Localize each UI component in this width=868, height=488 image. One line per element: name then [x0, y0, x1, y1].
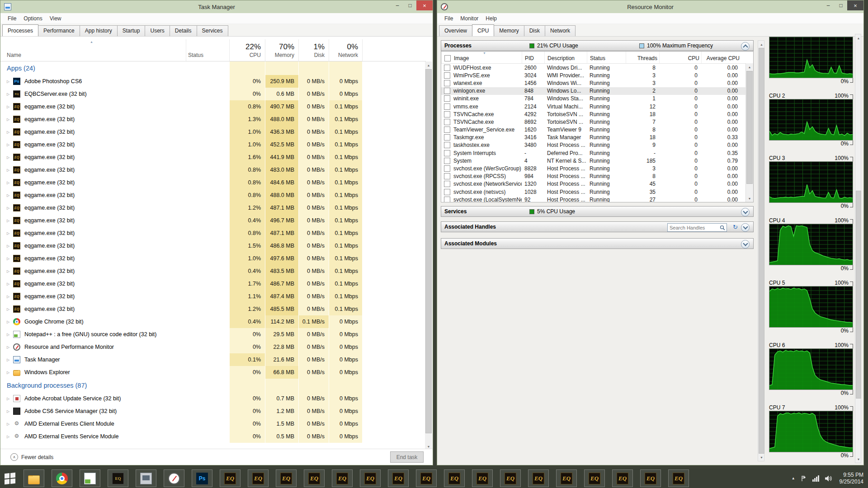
expand-caret-icon[interactable]: ▷ [7, 168, 13, 172]
expand-caret-icon[interactable]: ▷ [7, 193, 13, 197]
process-row[interactable]: TeamViewer_Service.exe1620TeamViewer 9Ru… [441, 126, 753, 134]
eqbc-server-taskbar-button[interactable]: EQ [108, 469, 128, 487]
expand-caret-icon[interactable]: ▷ [7, 219, 13, 223]
expand-caret-icon[interactable]: ▷ [7, 435, 13, 439]
expand-caret-icon[interactable]: ▷ [7, 181, 13, 185]
expand-caret-icon[interactable]: ▷ [7, 345, 13, 349]
menu-options[interactable]: Options [20, 14, 46, 23]
process-row[interactable]: ▷EQeqgame.exe (32 bit)0.4%496.7 MB0 MB/s… [0, 214, 426, 227]
process-row[interactable]: ▷Adobe Acrobat Update Service (32 bit)0%… [0, 392, 426, 405]
process-row[interactable]: ▷EQeqgame.exe (32 bit)0.8%483.0 MB0 MB/s… [0, 164, 426, 176]
row-checkbox[interactable] [444, 127, 450, 133]
tab-services[interactable]: Services [197, 25, 228, 36]
scroll-thumb[interactable] [759, 48, 764, 454]
start-button[interactable] [5, 473, 18, 484]
column-name[interactable]: Name [7, 52, 21, 58]
row-checkbox[interactable] [444, 181, 450, 187]
row-checkbox[interactable] [444, 95, 450, 102]
process-row[interactable]: svchost.exe (WerSvcGroup)8828Host Proces… [441, 164, 753, 172]
minimize-button[interactable]: – [391, 0, 404, 10]
eqgame-taskbar-button[interactable]: EQ [220, 469, 241, 487]
tab-users[interactable]: Users [145, 25, 170, 36]
process-row[interactable]: ▷EQeqgame.exe (32 bit)1.2%485.5 MB0 MB/s… [0, 303, 426, 315]
process-row[interactable]: ▷Resource and Performance Monitor0%22.8 … [0, 341, 426, 353]
file-explorer-taskbar-button[interactable] [24, 469, 44, 487]
maximize-button[interactable]: □ [835, 0, 847, 10]
row-checkbox[interactable] [444, 72, 450, 79]
process-row[interactable]: TSVNCache.exe4292TortoiseSVN ...Running1… [441, 110, 753, 118]
process-row[interactable]: ▷EQeqgame.exe (32 bit)1.3%488.0 MB0 MB/s… [0, 113, 426, 126]
process-row[interactable]: ▷EQeqgame.exe (32 bit)0.4%483.5 MB0 MB/s… [0, 265, 426, 277]
volume-speaker-icon[interactable] [825, 475, 832, 482]
row-checkbox[interactable] [444, 197, 450, 202]
process-row[interactable]: ▷EQeqgame.exe (32 bit)0.8%488.0 MB0 MB/s… [0, 189, 426, 202]
photoshop-taskbar-button[interactable]: Ps [192, 469, 212, 487]
row-checkbox[interactable] [444, 103, 450, 110]
column-image[interactable]: Image [441, 52, 522, 63]
row-checkbox[interactable] [444, 158, 450, 164]
expand-caret-icon[interactable]: ▷ [7, 282, 13, 286]
expand-caret-icon[interactable]: ▷ [7, 117, 13, 122]
eqgame-taskbar-button[interactable]: EQ [416, 469, 437, 487]
process-row[interactable]: ▷EQeqgame.exe (32 bit)0.8%490.7 MB0 MB/s… [0, 100, 426, 113]
associated-modules-section-bar[interactable]: Associated Modules [441, 238, 754, 249]
process-row[interactable]: ▷⚙AMD External Events Service Module0%0.… [0, 430, 426, 443]
expand-caret-icon[interactable]: ▷ [7, 130, 13, 134]
maximize-button[interactable]: □ [404, 0, 416, 10]
process-row[interactable]: ▷EQeqgame.exe (32 bit)1.5%486.8 MB0 MB/s… [0, 239, 426, 252]
scroll-down-arrow[interactable]: ▼ [855, 455, 862, 463]
close-button[interactable]: × [847, 0, 863, 10]
scroll-thumb[interactable] [425, 69, 432, 433]
graphs-scrollbar[interactable]: ▲ ▼ [855, 34, 861, 463]
expand-caret-icon[interactable]: ▷ [7, 422, 13, 426]
column-status[interactable]: Status [587, 52, 626, 63]
scroll-thumb[interactable] [856, 191, 861, 399]
process-row[interactable]: ▷Notepad++ : a free (GNU) source code ed… [0, 328, 426, 341]
row-checkbox[interactable] [444, 65, 450, 71]
process-row[interactable]: svchost.exe (netsvcs)1028Host Process ..… [441, 188, 753, 196]
fewer-details-toggle[interactable]: ∧ Fewer details [10, 453, 53, 461]
process-row[interactable]: ▷EQeqgame.exe (32 bit)1.2%487.1 MB0 MB/s… [0, 202, 426, 214]
tab-app-history[interactable]: App history [80, 25, 118, 36]
scroll-up-arrow[interactable]: ▲ [425, 61, 432, 69]
expand-caret-icon[interactable]: ▷ [7, 409, 13, 413]
eqgame-taskbar-button[interactable]: EQ [304, 469, 325, 487]
tab-cpu[interactable]: CPU [472, 24, 494, 36]
remote-app-taskbar-button[interactable] [136, 469, 156, 487]
column-network[interactable]: 0%Network [338, 42, 358, 58]
expand-caret-icon[interactable]: ▷ [7, 333, 13, 337]
column-disk[interactable]: 1%Disk [313, 42, 325, 58]
eqgame-taskbar-button[interactable]: EQ [556, 469, 577, 487]
process-row[interactable]: ▷Windows Explorer0%66.8 MB0 MB/s0 Mbps [0, 366, 426, 379]
expand-caret-icon[interactable]: ▷ [7, 206, 13, 210]
eqgame-taskbar-button[interactable]: EQ [584, 469, 605, 487]
resource-monitor-taskbar-button[interactable] [164, 469, 184, 487]
menu-file[interactable]: File [4, 14, 20, 23]
processes-table-scrollbar[interactable]: ▲ ▼ [745, 63, 753, 202]
row-checkbox[interactable] [444, 119, 450, 125]
tab-disk[interactable]: Disk [524, 25, 545, 36]
expand-caret-icon[interactable]: ▷ [7, 320, 13, 324]
column-cpu[interactable]: CPU [659, 52, 701, 63]
tab-network[interactable]: Network [545, 25, 576, 36]
process-row[interactable]: svchost.exe (LocalSystemNet...92Host Pro… [441, 196, 753, 202]
expand-caret-icon[interactable]: ▷ [7, 397, 13, 401]
eqgame-taskbar-button[interactable]: EQ [640, 469, 661, 487]
process-row[interactable]: taskhostex.exe3480Host Process ...Runnin… [441, 141, 753, 149]
expand-caret-icon[interactable]: ▷ [7, 231, 13, 235]
search-icon[interactable] [720, 225, 725, 230]
main-pane-scrollbar[interactable]: ▲ ▼ [758, 40, 764, 461]
action-center-flag-icon[interactable] [801, 475, 807, 482]
process-row[interactable]: ▷EQeqgame.exe (32 bit)1.0%452.5 MB0 MB/s… [0, 138, 426, 151]
process-row[interactable]: wlanext.exe1456Windows Wi...Running300.0… [441, 79, 753, 87]
expand-caret-icon[interactable]: ▷ [7, 307, 13, 311]
expand-section-button[interactable] [741, 240, 750, 249]
process-group-header[interactable]: Background processes (87) [0, 379, 426, 392]
process-row[interactable]: ▷Adobe CS6 Service Manager (32 bit)0%1.2… [0, 405, 426, 418]
eqgame-taskbar-button[interactable]: EQ [360, 469, 381, 487]
process-row[interactable]: svchost.exe (RPCSS)984Host Process ...Ru… [441, 173, 753, 180]
eqgame-taskbar-button[interactable]: EQ [612, 469, 633, 487]
tab-processes[interactable]: Processes [2, 24, 38, 36]
show-hidden-icons-chevron[interactable]: ▲ [792, 476, 795, 480]
process-row[interactable]: WmiPrvSE.exe3024WMI Provider...Running30… [441, 71, 753, 79]
